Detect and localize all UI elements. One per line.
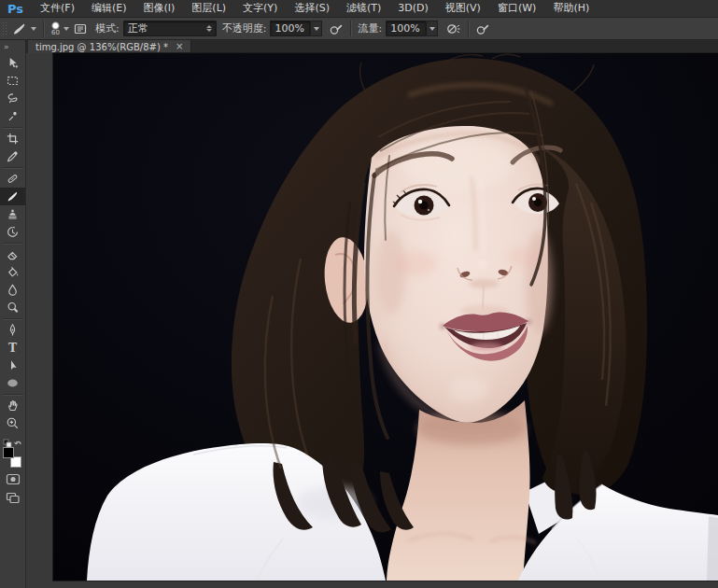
flow-field[interactable]: 100% [386,21,427,36]
menu-item-4[interactable]: 文字(Y) [234,0,286,17]
color-utils [2,435,24,446]
path-selection-tool[interactable] [0,357,25,374]
clone-stamp-tool-icon [6,207,20,221]
crop-tool-icon [6,132,20,146]
pressure-size-button[interactable] [473,19,492,39]
divider [468,21,469,36]
tool-preset-button[interactable] [9,19,38,39]
opacity-dropdown[interactable] [311,21,322,36]
hand-tool-icon [6,399,20,413]
flow-dropdown[interactable] [427,21,438,36]
ps-logo: Ps [0,2,32,16]
tool-group-divider [3,243,23,244]
rectangular-marquee-tool-icon [6,74,20,88]
magic-wand-tool-icon [6,109,20,123]
color-chips [3,447,23,468]
blur-tool-icon [6,283,20,297]
menu-item-10[interactable]: 帮助(H) [544,0,598,17]
opacity-field[interactable]: 100% [270,21,311,36]
pen-tool[interactable] [0,321,25,339]
menu-item-6[interactable]: 滤镜(T) [338,0,389,17]
menu-item-7[interactable]: 3D(D) [389,0,437,17]
history-brush-tool[interactable] [0,223,25,241]
menu-item-8[interactable]: 视图(V) [437,0,489,17]
dodge-tool-icon [6,301,20,315]
horizontal-type-tool-icon: T [6,341,20,355]
brush-size-value: 60 [51,30,60,36]
document-tab[interactable]: timg.jpg @ 136%(RGB/8#) * × [28,40,191,53]
lasso-tool[interactable] [0,90,25,107]
eraser-tool[interactable] [0,245,25,263]
eyedropper-tool-icon [6,149,20,163]
blur-tool[interactable] [0,281,25,299]
zoom-tool-icon [6,416,20,430]
tools-list: T [0,54,25,432]
move-tool[interactable] [0,54,25,72]
menu-item-5[interactable]: 选择(S) [286,0,338,17]
menu-item-1[interactable]: 编辑(E) [83,0,135,17]
lasso-tool-icon [6,91,20,105]
tool-group-divider [3,127,23,128]
airbrush-button[interactable] [443,19,463,39]
divider [350,21,351,36]
path-selection-tool-icon [6,358,20,372]
menu-item-3[interactable]: 图层(L) [183,0,234,17]
pressure-size-icon [475,21,490,36]
brush-preset-picker[interactable]: 60 [49,19,71,39]
mode-label: 模式: [95,21,120,35]
quick-mask-button[interactable] [2,471,24,486]
dodge-tool[interactable] [0,299,25,316]
toggle-brush-panel-button[interactable] [71,19,90,39]
paint-bucket-tool-icon [6,265,20,279]
horizontal-type-tool[interactable]: T [0,339,25,357]
quick-mask-icon [6,473,21,485]
airbrush-icon [445,21,461,36]
history-brush-tool-icon [6,225,20,239]
brush-preset-thumbnail: 60 [50,21,61,36]
screen-mode-button[interactable] [2,490,24,505]
svg-text:T: T [8,342,17,355]
menu-item-0[interactable]: 文件(F) [32,0,83,17]
tool-group-divider [3,167,23,168]
hand-tool[interactable] [0,397,25,414]
tools-panel: T [0,53,26,588]
brush-tool-icon [11,21,28,36]
divider [43,21,44,36]
ellipse-shape-tool-icon [6,376,20,390]
crop-tool[interactable] [0,130,25,147]
mode-value: 正常 [128,21,148,35]
pressure-opacity-button[interactable] [327,19,345,39]
pen-tool-icon [6,323,20,337]
chevron-down-icon [314,27,319,31]
swap-colors-icon[interactable] [14,441,21,444]
ellipse-shape-tool[interactable] [0,374,25,392]
paint-bucket-tool[interactable] [0,263,25,281]
opacity-label: 不透明度: [222,21,267,35]
rectangular-marquee-tool[interactable] [0,72,25,90]
panel-grip [2,21,7,35]
eyedropper-tool[interactable] [0,147,25,165]
magic-wand-tool[interactable] [0,107,25,125]
opacity-value: 100% [275,22,303,35]
eraser-tool-icon [6,247,20,261]
clone-stamp-tool[interactable] [0,205,25,223]
menu-item-9[interactable]: 窗口(W) [489,0,544,17]
workspace: T [0,53,718,588]
toggle-brush-panel-icon [73,21,88,36]
photoshop-window: Ps 文件(F)编辑(E)图像(I)图层(L)文字(Y)选择(S)滤镜(T)3D… [0,0,718,588]
close-icon[interactable]: × [176,42,183,51]
menu-bar: Ps 文件(F)编辑(E)图像(I)图层(L)文字(Y)选择(S)滤镜(T)3D… [0,0,718,18]
spot-healing-brush-tool[interactable] [0,170,25,188]
tools-panel-collapse[interactable]: » [0,40,26,53]
flow-label: 流量: [358,21,382,35]
brush-tool[interactable] [0,188,25,205]
mode-select[interactable]: 正常 [123,21,217,36]
spot-healing-brush-tool-icon [6,172,20,186]
menu-item-2[interactable]: 图像(I) [135,0,184,17]
document-canvas[interactable] [53,53,718,581]
foreground-color-chip[interactable] [3,447,14,458]
document-tab-title: timg.jpg @ 136%(RGB/8#) * [35,42,168,52]
zoom-tool[interactable] [0,414,25,432]
default-colors-icon[interactable] [4,440,11,447]
brush-tool-icon [6,189,20,203]
